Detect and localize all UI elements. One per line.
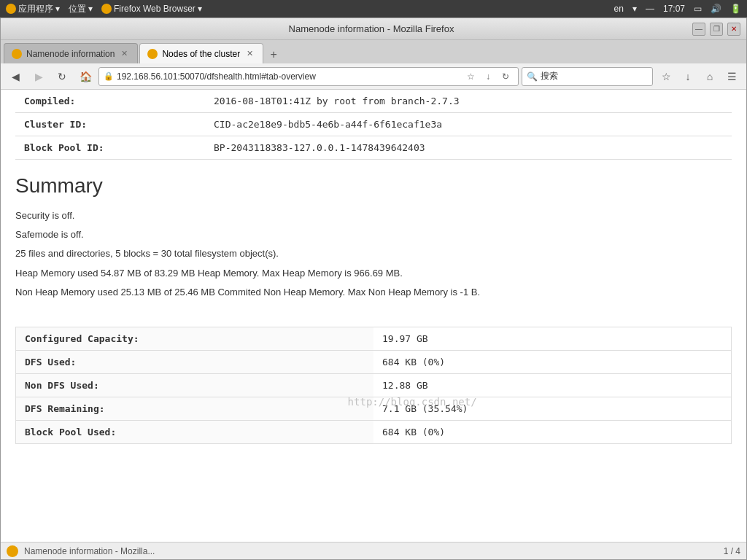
tab-bar: Namenode information ✕ Nodes of the clus… (1, 40, 746, 63)
summary-line: Heap Memory used 54.87 MB of 83.29 MB He… (15, 267, 732, 280)
status-tab-label: Namenode information - Mozilla... (24, 546, 155, 556)
stats-label: DFS Remaining: (16, 397, 374, 420)
tab-label-2: Nodes of the cluster (162, 49, 240, 59)
stats-table-row: Block Pool Used:684 KB (0%) (16, 420, 732, 443)
window-title: Namenode information - Mozilla Firefox (50, 23, 692, 34)
reload-button[interactable]: ↻ (52, 66, 72, 87)
info-value: BP-2043118383-127.0.0.1-1478439642403 (205, 136, 732, 160)
tab-label-1: Namenode information (26, 49, 115, 59)
tab-close-2[interactable]: ✕ (244, 48, 255, 59)
bookmark-icon[interactable]: ☆ (656, 66, 676, 87)
info-label: Compiled: (15, 90, 205, 113)
search-bar[interactable]: 🔍 搜索 (522, 67, 653, 86)
stats-table-row: Non DFS Used:12.88 GB (16, 373, 732, 397)
info-table: Compiled:2016-08-18T01:41Z by root from … (15, 90, 732, 160)
summary-line: Security is off. (15, 209, 732, 222)
url-lock-icon: 🔒 (104, 71, 114, 81)
page-count: 1 / 4 (724, 546, 740, 556)
stats-label: Configured Capacity: (16, 327, 374, 350)
stats-value: 19.97 GB (374, 327, 732, 350)
forward-button[interactable]: ▶ (28, 66, 49, 87)
info-table-row: Cluster ID:CID-ac2e18e9-bdb5-4e6b-a44f-6… (15, 113, 732, 136)
volume-icon: 🔊 (711, 4, 721, 14)
home-button[interactable]: 🏠 (75, 66, 96, 87)
url-text: 192.168.56.101:50070/dfshealth.html#tab-… (117, 71, 460, 82)
status-bar: Namenode information - Mozilla... 1 / 4 (1, 542, 746, 559)
close-button[interactable]: ✕ (727, 23, 740, 36)
nav-bar: ◀ ▶ ↻ 🏠 🔒 192.168.56.101:50070/dfshealth… (1, 63, 746, 90)
tab-nodes-cluster[interactable]: Nodes of the cluster ✕ (139, 43, 263, 63)
menu-icon[interactable]: ☰ (721, 66, 742, 87)
tab-namenode-info[interactable]: Namenode information ✕ (4, 43, 138, 63)
back-button[interactable]: ◀ (5, 66, 26, 87)
stats-table-row: DFS Remaining:7.1 GB (35.54%) (16, 397, 732, 420)
summary-section: Summary Security is off.Safemode is off.… (15, 167, 732, 319)
stats-label: DFS Used: (16, 350, 374, 373)
info-label: Block Pool ID: (15, 136, 205, 160)
info-value: 2016-08-18T01:41Z by root from branch-2.… (205, 90, 732, 113)
browser-menu[interactable]: Firefox Web Browser ▾ (101, 4, 202, 14)
search-placeholder: 搜索 (541, 70, 558, 82)
download-icon[interactable]: ↓ (678, 66, 698, 87)
firefox-window: Namenode information - Mozilla Firefox —… (0, 18, 747, 560)
title-bar: Namenode information - Mozilla Firefox —… (1, 18, 746, 40)
page-content: Compiled:2016-08-18T01:41Z by root from … (1, 90, 746, 459)
stats-table-row: DFS Used:684 KB (0%) (16, 350, 732, 373)
tab-favicon-1 (12, 49, 22, 59)
minimize-button[interactable]: — (692, 23, 705, 36)
stats-value: 12.88 GB (374, 373, 732, 397)
summary-lines: Security is off.Safemode is off.25 files… (15, 209, 732, 299)
stats-table-row: Configured Capacity:19.97 GB (16, 327, 732, 350)
bookmark-star-icon[interactable]: ☆ (462, 69, 479, 85)
language-indicator[interactable]: en (614, 4, 624, 14)
stats-value: 684 KB (0%) (374, 350, 732, 373)
summary-line: Safemode is off. (15, 228, 732, 241)
info-table-row: Block Pool ID:BP-2043118383-127.0.0.1-14… (15, 136, 732, 160)
location-menu[interactable]: 位置 ▾ (69, 3, 93, 15)
summary-line: 25 files and directories, 5 blocks = 30 … (15, 247, 732, 260)
content-area: Compiled:2016-08-18T01:41Z by root from … (1, 90, 746, 542)
clock: 17:07 (663, 4, 685, 14)
info-label: Cluster ID: (15, 113, 205, 136)
screen-icon: ▭ (694, 4, 702, 14)
stats-table: Configured Capacity:19.97 GBDFS Used:684… (15, 327, 732, 444)
tab-favicon-2 (147, 49, 158, 59)
summary-title: Summary (15, 174, 732, 198)
search-icon: 🔍 (527, 71, 538, 82)
os-topbar: 应用程序 ▾ 位置 ▾ Firefox Web Browser ▾ en ▾ —… (0, 0, 747, 18)
stats-value: 684 KB (0%) (374, 420, 732, 443)
go-home-icon[interactable]: ⌂ (700, 66, 720, 87)
info-value: CID-ac2e18e9-bdb5-4e6b-a44f-6f61ecaf1e3a (205, 113, 732, 136)
stats-label: Non DFS Used: (16, 373, 374, 397)
firefox-logo (7, 545, 18, 557)
battery-icon: 🔋 (730, 4, 741, 14)
maximize-button[interactable]: ❐ (710, 23, 723, 36)
stats-label: Block Pool Used: (16, 420, 374, 443)
summary-line: Non Heap Memory used 25.13 MB of 25.46 M… (15, 286, 732, 299)
tab-close-1[interactable]: ✕ (119, 48, 130, 59)
new-tab-button[interactable]: + (265, 46, 282, 63)
info-table-row: Compiled:2016-08-18T01:41Z by root from … (15, 90, 732, 113)
stats-value: 7.1 GB (35.54%) (374, 397, 732, 420)
app-menu[interactable]: 应用程序 ▾ (6, 3, 60, 15)
url-bar[interactable]: 🔒 192.168.56.101:50070/dfshealth.html#ta… (98, 67, 519, 86)
refresh-url-icon[interactable]: ↻ (498, 69, 514, 85)
page-action-icon[interactable]: ↓ (480, 69, 496, 85)
